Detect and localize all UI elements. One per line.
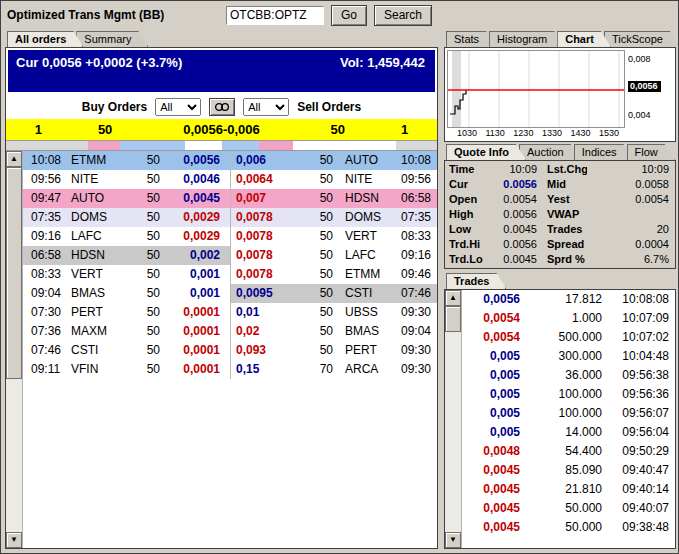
order-filter-row: Buy Orders All All Sell Orders	[6, 94, 437, 119]
trade-price: 0,005	[462, 366, 520, 385]
book-row[interactable]: 08:33VERT500,0010,007850ETMM09:46	[23, 265, 437, 284]
book-row[interactable]: 07:30PERT500,00010,0150UBSS09:30	[23, 303, 437, 322]
ask-size: 50	[295, 341, 333, 360]
trade-row: 0,004521.81009:40:14	[462, 480, 675, 499]
tab-chart[interactable]: Chart	[557, 31, 611, 47]
link-filters-button[interactable]	[209, 98, 235, 116]
trade-time: 09:56:04	[602, 423, 675, 442]
chart-y-label: 0,004	[628, 110, 651, 120]
price-header: Cur 0,0056 +0,0002 (+3.7%) Vol: 1,459,44…	[8, 50, 435, 92]
quote-row: High0.0056VWAP	[447, 207, 673, 222]
quote-tab-bar: Quote Info Auction Indices Flow	[446, 144, 676, 160]
quote-label: Spread	[537, 237, 587, 252]
ask-time: 09:56	[387, 170, 437, 189]
bid-time: 09:04	[23, 284, 67, 303]
ask-time: 10:08	[387, 151, 437, 170]
ask-size: 50	[295, 303, 333, 322]
book-row[interactable]: 09:56NITE500,00460,006450NITE09:56	[23, 170, 437, 189]
bid-size: 50	[119, 322, 166, 341]
search-button[interactable]: Search	[374, 5, 432, 26]
sell-orders-filter[interactable]: All	[243, 98, 289, 116]
book-row[interactable]: 06:58HDSN500,0020,007850LAFC09:16	[23, 246, 437, 265]
trade-time: 10:08:08	[602, 290, 675, 309]
tab-tickscope[interactable]: TickScope	[604, 31, 679, 47]
trades-scrollbar[interactable]: ▲ ▼	[445, 290, 462, 548]
book-row[interactable]: 09:04BMAS500,0010,009550CSTI07:46	[23, 284, 437, 303]
scroll-down-icon[interactable]: ▼	[6, 532, 22, 548]
quote-value: 6.7%	[587, 252, 673, 267]
trades-panel: ▲ ▼ 0,005617.81210:08:080,00541.00010:07…	[444, 289, 676, 549]
go-button[interactable]: Go	[331, 5, 367, 26]
book-row[interactable]: 07:35DOMS500,00290,007850DOMS07:35	[23, 208, 437, 227]
bid-price: 0,001	[166, 265, 230, 284]
scroll-up-icon[interactable]: ▲	[445, 290, 461, 306]
trade-price: 0,0056	[462, 290, 520, 309]
quote-label: Trd.Hi	[447, 237, 483, 252]
trade-row: 0,005617.81210:08:08	[462, 290, 675, 309]
scroll-up-icon[interactable]: ▲	[6, 151, 22, 167]
tab-summary[interactable]: Summary	[76, 31, 148, 47]
book-row[interactable]: 09:16LAFC500,00290,007850VERT08:33	[23, 227, 437, 246]
quote-row: Trd.Hi0.0056Spread0.0004	[447, 237, 673, 252]
window-title: Optimized Trans Mgmt (BB)	[7, 8, 219, 22]
book-scrollbar[interactable]: ▲ ▼	[6, 151, 23, 548]
bid-mm-id: ETMM	[67, 151, 119, 170]
buy-orders-label: Buy Orders	[82, 100, 147, 114]
book-row[interactable]: 09:11VFIN500,00010,1570ARCA09:30	[23, 360, 437, 379]
ask-time: 08:33	[387, 227, 437, 246]
bid-size: 50	[119, 246, 166, 265]
tab-auction[interactable]: Auction	[519, 144, 581, 160]
tab-histogram[interactable]: Histogram	[489, 31, 564, 47]
trades-scroll-thumb[interactable]	[445, 306, 461, 332]
buy-orders-filter[interactable]: All	[155, 98, 201, 116]
chart-x-label: 1030	[457, 128, 477, 140]
chart-y-label: 0,008	[628, 54, 651, 64]
tab-stats[interactable]: Stats	[446, 31, 496, 47]
trades-scroll-track[interactable]	[445, 306, 461, 532]
ask-size: 50	[295, 189, 333, 208]
book-scroll-thumb[interactable]	[6, 167, 22, 379]
book-row[interactable]: 07:46CSTI500,00010,09350PERT09:30	[23, 341, 437, 360]
book-row[interactable]: 09:47AUTO500,00450,00750HDSN06:58	[23, 189, 437, 208]
chart-x-label: 1530	[599, 128, 619, 140]
ask-mm-id: ETMM	[333, 265, 387, 284]
tab-flow[interactable]: Flow	[627, 144, 675, 160]
ask-side: 0,009550CSTI07:46	[230, 284, 437, 303]
trade-time: 10:04:48	[602, 347, 675, 366]
trade-row: 0,005300.00010:04:48	[462, 347, 675, 366]
bid-price: 0,0045	[166, 189, 230, 208]
order-book-body: Cur 0,0056 +0,0002 (+3.7%) Vol: 1,459,44…	[5, 47, 438, 549]
bid-side: 07:30PERT500,0001	[23, 303, 230, 322]
ask-time: 07:35	[387, 208, 437, 227]
depth-strip-right	[222, 141, 438, 150]
tab-quote-info[interactable]: Quote Info	[446, 144, 526, 160]
symbol-input[interactable]	[226, 6, 324, 25]
book-row[interactable]: 07:36MAXM500,00010,0250BMAS09:04	[23, 322, 437, 341]
scroll-down-icon[interactable]: ▼	[445, 532, 461, 548]
book-scroll-track[interactable]	[6, 167, 22, 532]
tab-indices[interactable]: Indices	[574, 144, 634, 160]
tab-trades[interactable]: Trades	[446, 273, 506, 289]
quote-value: 10:09	[483, 162, 537, 177]
ask-side: 0,006450NITE09:56	[230, 170, 437, 189]
ask-size: 50	[295, 208, 333, 227]
ask-time: 09:30	[387, 303, 437, 322]
bid-mm-id: PERT	[67, 303, 119, 322]
bid-size: 50	[119, 227, 166, 246]
quote-value: 20	[587, 222, 673, 237]
ask-price: 0,006	[231, 151, 295, 170]
tab-all-orders[interactable]: All orders	[7, 31, 83, 47]
bid-side: 09:11VFIN500,0001	[23, 360, 230, 379]
bid-side: 07:35DOMS500,0029	[23, 208, 230, 227]
ask-mm-id: ARCA	[333, 360, 387, 379]
trade-size: 100.000	[520, 385, 602, 404]
bid-time: 10:08	[23, 151, 67, 170]
bid-size: 50	[119, 341, 166, 360]
link-icon	[214, 102, 230, 112]
book-row[interactable]: 10:08ETMM500,00560,00650AUTO10:08	[23, 151, 437, 170]
quote-row: Open0.0054Yest0.0054	[447, 192, 673, 207]
trade-time: 09:38:48	[602, 518, 675, 537]
trade-size: 1.000	[520, 309, 602, 328]
depth-segment	[6, 141, 88, 150]
chart-x-axis: 1030 1130 1230 1330 1430 1530	[447, 128, 625, 141]
